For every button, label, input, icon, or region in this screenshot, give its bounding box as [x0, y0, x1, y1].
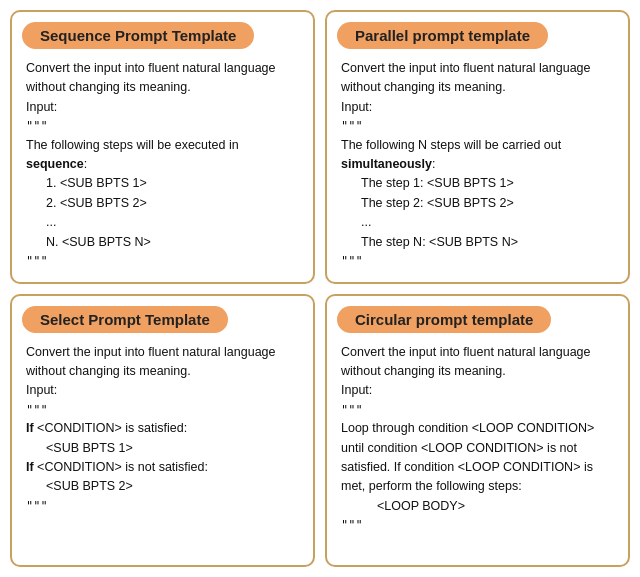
circular-title: Circular prompt template — [337, 306, 551, 333]
select-sub1: <SUB BPTS 1> — [26, 439, 299, 458]
sequence-step2: 2. <SUB BPTS 2> — [26, 194, 299, 213]
select-body: Convert the input into fluent natural la… — [12, 333, 313, 566]
circular-card: Circular prompt template Convert the inp… — [325, 294, 630, 568]
parallel-quote-close: """ — [341, 252, 614, 271]
parallel-step1: The step 1: <SUB BPTS 1> — [341, 174, 614, 193]
parallel-card: Parallel prompt template Convert the inp… — [325, 10, 630, 284]
parallel-line1: Convert the input into fluent natural la… — [341, 59, 614, 98]
select-input-label: Input: — [26, 381, 299, 400]
parallel-title: Parallel prompt template — [337, 22, 548, 49]
parallel-body: Convert the input into fluent natural la… — [327, 49, 628, 282]
select-cond1: If <CONDITION> is satisfied: — [26, 419, 299, 438]
circular-loop-desc: Loop through condition <LOOP CONDITION> … — [341, 419, 614, 497]
sequence-line1: Convert the input into fluent natural la… — [26, 59, 299, 98]
circular-quote-close: """ — [341, 516, 614, 535]
select-sub2: <SUB BPTS 2> — [26, 477, 299, 496]
sequence-step1: 1. <SUB BPTS 1> — [26, 174, 299, 193]
sequence-title: Sequence Prompt Template — [22, 22, 254, 49]
select-quote-close: """ — [26, 497, 299, 516]
sequence-card: Sequence Prompt Template Convert the inp… — [10, 10, 315, 284]
select-quote-open: """ — [26, 401, 299, 420]
parallel-step2: The step 2: <SUB BPTS 2> — [341, 194, 614, 213]
sequence-body: Convert the input into fluent natural la… — [12, 49, 313, 282]
sequence-stepN: N. <SUB BPTS N> — [26, 233, 299, 252]
sequence-quote-close: """ — [26, 252, 299, 271]
select-line1: Convert the input into fluent natural la… — [26, 343, 299, 382]
select-card: Select Prompt Template Convert the input… — [10, 294, 315, 568]
parallel-steps-intro: The following N steps will be carried ou… — [341, 136, 614, 175]
sequence-quote-open: """ — [26, 117, 299, 136]
circular-body: Convert the input into fluent natural la… — [327, 333, 628, 566]
parallel-ellipsis: ... — [341, 213, 614, 232]
parallel-stepN: The step N: <SUB BPTS N> — [341, 233, 614, 252]
parallel-quote-open: """ — [341, 117, 614, 136]
circular-quote-open: """ — [341, 401, 614, 420]
parallel-input-label: Input: — [341, 98, 614, 117]
circular-loop-body: <LOOP BODY> — [341, 497, 614, 516]
circular-input-label: Input: — [341, 381, 614, 400]
select-title: Select Prompt Template — [22, 306, 228, 333]
select-cond2: If <CONDITION> is not satisfied: — [26, 458, 299, 477]
sequence-ellipsis: ... — [26, 213, 299, 232]
circular-line1: Convert the input into fluent natural la… — [341, 343, 614, 382]
sequence-steps-intro: The following steps will be executed in … — [26, 136, 299, 175]
sequence-input-label: Input: — [26, 98, 299, 117]
